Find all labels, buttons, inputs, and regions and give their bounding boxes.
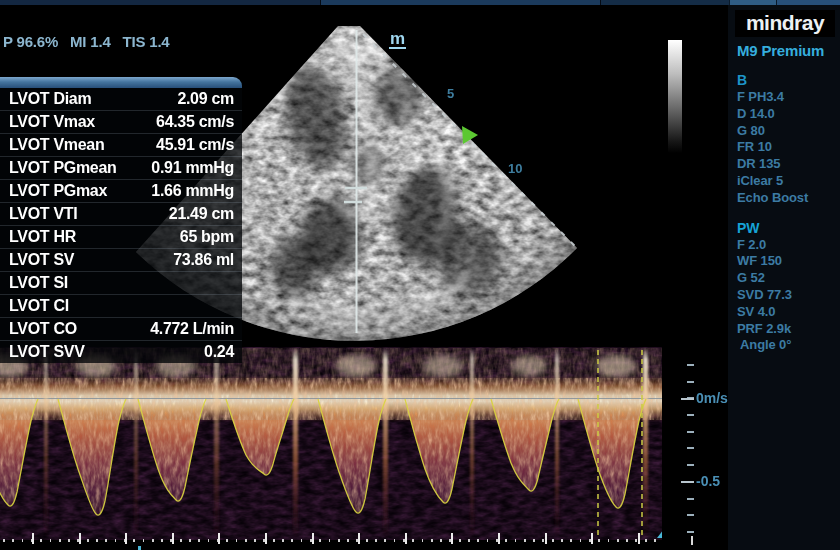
row-label: LVOT Vmax (9, 113, 95, 131)
velocity-axis-ticks (687, 364, 694, 536)
row-label: LVOT CO (9, 320, 77, 338)
top-menu-bar[interactable] (0, 0, 840, 5)
row-value: 21.49 cm (169, 205, 234, 223)
table-row: LVOT CO 4.772 L/min (0, 317, 242, 340)
table-row: LVOT SVV 0.24 (0, 340, 242, 363)
table-row: LVOT VTI 21.49 cm (0, 202, 242, 225)
row-value: 4.772 L/min (150, 320, 234, 338)
ultrasound-screen: P 96.6% MI 1.4 TIS 1.4 m 5 10 LVOT Diam … (0, 0, 840, 550)
param-b-frequency[interactable]: F PH3.4 (737, 89, 840, 106)
row-value: 64.35 cm/s (156, 113, 234, 131)
doppler-spectrum[interactable] (0, 347, 671, 540)
param-pw-wallfilter[interactable]: WF 150 (737, 253, 840, 270)
param-b-iclear[interactable]: iClear 5 (737, 173, 840, 190)
mindray-logo: mindray (735, 10, 835, 37)
param-b-depth[interactable]: D 14.0 (737, 106, 840, 123)
menu-segment-5[interactable] (777, 0, 840, 5)
param-b-gain[interactable]: G 80 (737, 123, 840, 140)
row-label: LVOT SI (9, 274, 68, 292)
row-value: 45.91 cm/s (156, 136, 234, 154)
grayscale-bar (668, 40, 682, 153)
param-b-framerate[interactable]: FR 10 (737, 139, 840, 156)
row-value: 0.24 (204, 343, 234, 361)
param-pw-prf[interactable]: PRF 2.9k (737, 321, 840, 338)
row-value: 2.09 cm (177, 90, 234, 108)
row-label: LVOT HR (9, 228, 76, 246)
probe-orientation-marker: m (389, 30, 406, 49)
row-label: LVOT PGmean (9, 159, 117, 177)
system-model: M9 Premium (737, 42, 840, 59)
menu-segment-2[interactable] (321, 0, 601, 5)
row-label: LVOT Vmean (9, 136, 104, 154)
param-pw-svdepth[interactable]: SVD 77.3 (737, 287, 840, 304)
depth-label-5: 5 (447, 86, 454, 101)
menu-segment-4[interactable] (729, 0, 777, 5)
velocity-label-zero: 0m/s (696, 390, 728, 406)
row-value: 1.66 mmHg (151, 182, 234, 200)
results-table-header-bar[interactable] (0, 77, 242, 88)
b-mode-header[interactable]: B (737, 72, 840, 89)
velocity-tick-zero (681, 398, 694, 400)
depth-label-10: 10 (508, 161, 522, 176)
menu-segment-1[interactable] (0, 0, 321, 5)
row-label: LVOT PGmax (9, 182, 107, 200)
param-pw-svsize[interactable]: SV 4.0 (737, 304, 840, 321)
row-label: LVOT SV (9, 251, 74, 269)
time-ruler-end-tick (691, 536, 693, 545)
row-label: LVOT Diam (9, 90, 91, 108)
b-mode-parameter-section: B F PH3.4 D 14.0 G 80 FR 10 DR 135 iClea… (737, 72, 840, 207)
pw-parameter-section: PW F 2.0 WF 150 G 52 SVD 77.3 SV 4.0 PRF… (737, 220, 840, 355)
row-value: 65 bpm (180, 228, 234, 246)
mi-value: MI 1.4 (70, 33, 110, 50)
table-row: LVOT SI (0, 271, 242, 294)
row-label: LVOT CI (9, 297, 69, 315)
table-row: LVOT SV 73.86 ml (0, 248, 242, 271)
param-pw-frequency[interactable]: F 2.0 (737, 237, 840, 254)
param-b-dynamicrange[interactable]: DR 135 (737, 156, 840, 173)
pw-mode-header[interactable]: PW (737, 220, 840, 237)
time-position-marker (138, 546, 141, 550)
velocity-tick-neg05 (681, 481, 694, 483)
measurement-results-table: LVOT Diam 2.09 cm LVOT Vmax 64.35 cm/s L… (0, 77, 242, 363)
power-value: P 96.6% (3, 33, 58, 50)
row-label: LVOT SVV (9, 343, 85, 361)
row-value: 0.91 mmHg (151, 159, 234, 177)
table-row: LVOT Vmax 64.35 cm/s (0, 110, 242, 133)
tis-value: TIS 1.4 (123, 33, 170, 50)
table-row: LVOT PGmax 1.66 mmHg (0, 179, 242, 202)
param-pw-gain[interactable]: G 52 (737, 270, 840, 287)
table-row: LVOT HR 65 bpm (0, 225, 242, 248)
baseline-band (0, 376, 662, 422)
table-row: LVOT PGmean 0.91 mmHg (0, 156, 242, 179)
menu-segment-3[interactable] (601, 0, 729, 5)
table-row: LVOT CI (0, 294, 242, 317)
param-pw-angle[interactable]: Angle 0° (737, 337, 840, 354)
param-b-echoboost[interactable]: Echo Boost (737, 190, 840, 207)
row-label: LVOT VTI (9, 205, 77, 223)
right-parameter-panel: mindray M9 Premium B F PH3.4 D 14.0 G 80… (728, 5, 840, 550)
table-row: LVOT Diam 2.09 cm (0, 88, 242, 110)
table-row: LVOT Vmean 45.91 cm/s (0, 133, 242, 156)
acoustic-output-status: P 96.6% MI 1.4 TIS 1.4 (3, 33, 170, 50)
velocity-label-neg05: -0.5 (696, 473, 720, 489)
time-ruler-ticks (32, 533, 664, 544)
row-value: 73.86 ml (173, 251, 234, 269)
